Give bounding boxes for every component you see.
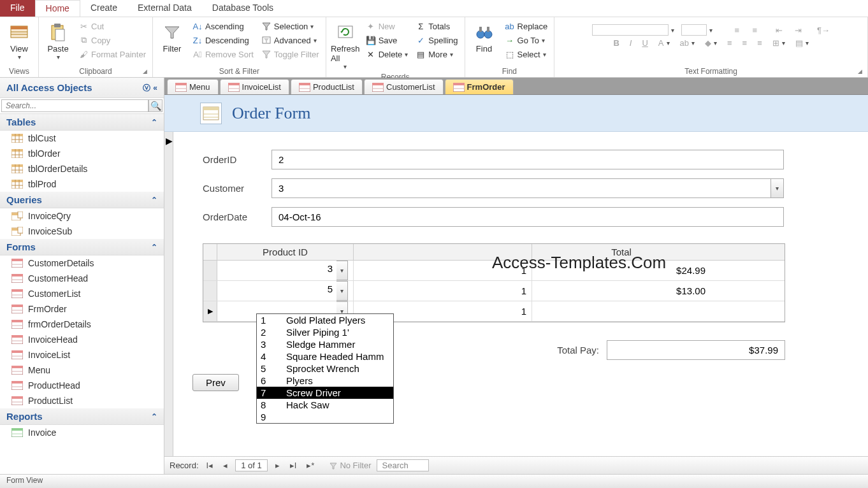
- productid-dropdown[interactable]: ▾: [336, 261, 348, 280]
- form-tab-frmorder[interactable]: FrmOrder: [445, 79, 514, 94]
- nav-item-producthead[interactable]: ProductHead: [0, 378, 164, 393]
- customer-input[interactable]: [271, 178, 771, 198]
- ltr-button[interactable]: ¶→: [814, 24, 832, 36]
- nav-item-invoicehead[interactable]: InvoiceHead: [0, 332, 164, 347]
- form-tab-productlist[interactable]: ProductList: [291, 79, 363, 94]
- view-button[interactable]: View ▾: [4, 20, 34, 63]
- nav-header[interactable]: All Access Objects ⓥ «: [0, 78, 164, 98]
- ascending-button[interactable]: A↓Ascending: [190, 20, 256, 32]
- form-tab-menu[interactable]: Menu: [167, 79, 219, 94]
- alt-row-button[interactable]: ▤▾: [793, 37, 811, 49]
- nav-item-invoiceqry[interactable]: InvoiceQry: [0, 208, 164, 224]
- highlight-button[interactable]: ab▾: [677, 37, 697, 49]
- productid-dropdown[interactable]: ▾: [336, 281, 348, 301]
- dropdown-item[interactable]: 4Square Headed Hamm: [257, 350, 393, 362]
- goto-button[interactable]: →Go To▾: [502, 34, 551, 47]
- nav-item-tblprod[interactable]: tblProd: [0, 176, 164, 192]
- tab-file[interactable]: File: [0, 0, 35, 17]
- customer-dropdown-button[interactable]: ▾: [771, 178, 784, 198]
- bullets-button[interactable]: ≡: [732, 24, 742, 36]
- underline-button[interactable]: U: [639, 37, 650, 49]
- recnav-position[interactable]: 1 of 1: [235, 459, 268, 471]
- prev-button[interactable]: Prev: [192, 374, 239, 391]
- dropdown-item[interactable]: 6Plyers: [257, 375, 393, 387]
- nav-item-invoicesub[interactable]: InvoiceSub: [0, 224, 164, 239]
- tab-database-tools[interactable]: Database Tools: [202, 0, 284, 17]
- nav-section-queries[interactable]: Queries⌃: [0, 192, 164, 208]
- copy-button[interactable]: ⧉Copy: [76, 34, 148, 47]
- dropdown-item[interactable]: 7Screw Driver: [257, 387, 393, 399]
- nav-item-frmorderdetails[interactable]: frmOrderDetails: [0, 317, 164, 332]
- recnav-last[interactable]: ▸I: [287, 461, 300, 470]
- qty-cell[interactable]: 1: [354, 261, 532, 280]
- tab-home[interactable]: Home: [35, 0, 80, 17]
- align-left-button[interactable]: ≡: [725, 37, 735, 49]
- nav-item-customerlist[interactable]: CustomerList: [0, 286, 164, 301]
- productid-cell[interactable]: 3▾: [217, 261, 354, 280]
- more-button[interactable]: ▤More▾: [413, 48, 460, 61]
- dropdown-item[interactable]: 9: [257, 411, 393, 423]
- nav-section-forms[interactable]: Forms⌃: [0, 239, 164, 255]
- nav-item-tblorder[interactable]: tblOrder: [0, 146, 164, 161]
- descending-button[interactable]: Z↓Descending: [190, 34, 256, 47]
- search-button[interactable]: 🔍: [148, 99, 163, 112]
- advanced-button[interactable]: Advanced▾: [259, 34, 322, 47]
- tab-create[interactable]: Create: [80, 0, 127, 17]
- nav-item-customerdetails[interactable]: CustomerDetails: [0, 255, 164, 271]
- record-selector[interactable]: ▶: [164, 132, 173, 456]
- numbering-button[interactable]: ≡: [749, 24, 760, 36]
- dialog-launcher-icon[interactable]: ◢: [143, 68, 147, 75]
- bold-button[interactable]: B: [611, 37, 621, 49]
- find-button[interactable]: Find: [469, 20, 500, 56]
- nav-section-reports[interactable]: Reports⌃: [0, 408, 164, 425]
- align-right-button[interactable]: ≡: [755, 37, 765, 49]
- delete-button[interactable]: ✕Delete▾: [363, 48, 411, 61]
- orderid-input[interactable]: [271, 150, 784, 169]
- form-tab-customerlist[interactable]: CustomerList: [364, 79, 444, 94]
- dropdown-item[interactable]: 5Sprocket Wrench: [257, 362, 393, 375]
- productid-cell[interactable]: 5▾: [217, 281, 354, 301]
- recnav-first[interactable]: I◂: [204, 461, 216, 470]
- gridlines-button[interactable]: ⊞▾: [770, 37, 788, 49]
- replace-button[interactable]: abReplace: [502, 20, 551, 32]
- nav-item-productlist[interactable]: ProductList: [0, 393, 164, 408]
- totals-button[interactable]: ΣTotals: [413, 20, 460, 32]
- col-productid[interactable]: Product ID: [217, 244, 354, 260]
- search-input[interactable]: [1, 99, 148, 112]
- tab-external-data[interactable]: External Data: [127, 0, 202, 17]
- orderdate-input[interactable]: [271, 207, 784, 227]
- dialog-launcher-icon[interactable]: ◢: [858, 68, 862, 75]
- save-button[interactable]: 💾Save: [363, 34, 411, 47]
- paste-button[interactable]: Paste ▾: [43, 20, 73, 63]
- row-selector[interactable]: [203, 261, 217, 280]
- align-center-button[interactable]: ≡: [740, 37, 750, 49]
- recnav-search[interactable]: Search: [377, 459, 429, 471]
- nav-item-tblcust[interactable]: tblCust: [0, 131, 164, 146]
- dec-indent-button[interactable]: ⇤: [773, 24, 785, 36]
- recnav-prev[interactable]: ◂: [221, 461, 230, 470]
- font-combo[interactable]: ▾: [590, 23, 677, 37]
- italic-button[interactable]: I: [627, 37, 635, 49]
- nav-item-frmorder[interactable]: FrmOrder: [0, 301, 164, 317]
- nav-item-invoicelist[interactable]: InvoiceList: [0, 347, 164, 362]
- font-color-button[interactable]: A▾: [656, 37, 672, 49]
- inc-indent-button[interactable]: ⇥: [792, 24, 804, 36]
- nav-item-customerhead[interactable]: CustomerHead: [0, 271, 164, 286]
- form-tab-invoicelist[interactable]: InvoiceList: [220, 79, 289, 94]
- qty-cell[interactable]: 1: [354, 281, 532, 301]
- nav-item-tblorderdetails[interactable]: tblOrderDetails: [0, 161, 164, 176]
- dropdown-item[interactable]: 3Sledge Hammer: [257, 338, 393, 350]
- nav-item-menu[interactable]: Menu: [0, 362, 164, 378]
- cut-button[interactable]: ✂Cut: [76, 20, 148, 32]
- new-button[interactable]: ✦New: [363, 20, 411, 32]
- dropdown-item[interactable]: 8Hack Saw: [257, 399, 393, 411]
- collapse-icon[interactable]: «: [153, 83, 157, 92]
- select-button[interactable]: ⬚Select▾: [502, 48, 551, 61]
- format-painter-button[interactable]: 🖌Format Painter: [76, 48, 148, 61]
- col-qty[interactable]: [354, 244, 532, 260]
- size-combo[interactable]: ▾: [679, 23, 715, 37]
- recnav-nofilter[interactable]: No Filter: [329, 461, 371, 470]
- remove-sort-button[interactable]: A⃠Remove Sort: [190, 48, 256, 61]
- row-selector[interactable]: [203, 281, 217, 301]
- nav-item-invoice[interactable]: Invoice: [0, 425, 164, 440]
